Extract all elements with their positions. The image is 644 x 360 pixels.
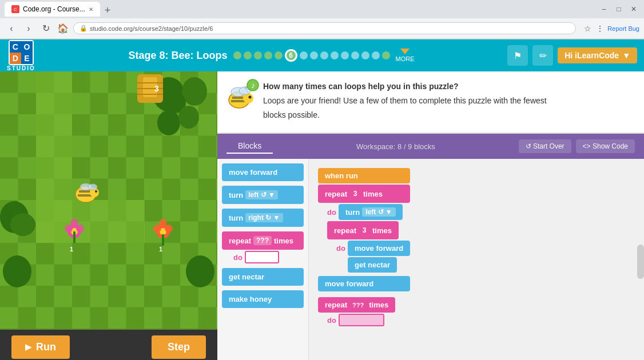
- start-over-button[interactable]: ↺ Start Over: [519, 139, 571, 153]
- ws-repeat-inner-times: times: [372, 226, 392, 235]
- dialog-line3: blocks possible.: [263, 109, 633, 121]
- run-button[interactable]: Run: [11, 335, 70, 359]
- block-turn-right-label: turn: [229, 214, 243, 222]
- url-text: studio.code.org/s/course2/stage/10/puzzl…: [90, 25, 213, 32]
- block-get-nectar[interactable]: get nectar: [222, 268, 304, 286]
- address-bar[interactable]: 🔒 studio.code.org/s/course2/stage/10/puz…: [73, 22, 576, 34]
- ws-when-run-label: when run: [325, 171, 358, 180]
- ws-do-empty-slot: [339, 314, 384, 326]
- workspace-panel[interactable]: when run repeat 3 times do turn: [309, 159, 644, 360]
- nav-bar: ‹ › ↻ 🏠 🔒 studio.code.org/s/course2/stag…: [0, 18, 644, 39]
- svg-text:♪: ♪: [251, 81, 255, 90]
- svg-text:3: 3: [154, 84, 159, 93]
- dot-14[interactable]: [372, 51, 380, 59]
- active-tab[interactable]: C Code.org - Course... ✕: [5, 2, 100, 17]
- refresh-button[interactable]: ↻: [39, 23, 53, 34]
- ws-repeat-outer-times: times: [363, 190, 383, 198]
- dot-15[interactable]: [382, 51, 390, 59]
- step-button[interactable]: Step: [152, 335, 206, 359]
- pencil-button[interactable]: ✏: [532, 45, 553, 66]
- dot-4[interactable]: [264, 51, 272, 59]
- lock-icon: 🔒: [79, 25, 88, 32]
- new-tab-button[interactable]: +: [100, 5, 116, 17]
- tab-close-button[interactable]: ✕: [89, 6, 93, 13]
- block-turn-left[interactable]: turn left ↺ ▼: [222, 186, 304, 204]
- ws-repeat-ques-inner: ???: [349, 301, 367, 309]
- maximize-button[interactable]: □: [613, 5, 625, 13]
- dot-8[interactable]: [310, 51, 318, 59]
- ws-repeat-outer[interactable]: repeat 3 times: [318, 185, 410, 203]
- game-area: 3 1 1: [0, 71, 217, 360]
- home-button[interactable]: 🏠: [56, 23, 70, 34]
- back-button[interactable]: ‹: [5, 23, 18, 34]
- bookmark-icon[interactable]: ☆: [584, 24, 591, 33]
- forward-button[interactable]: ›: [22, 23, 35, 34]
- dot-2[interactable]: [244, 51, 252, 59]
- blocks-panel: move forward turn left ↺ ▼ turn right ↻ …: [217, 159, 309, 360]
- ws-repeat-ques-block[interactable]: repeat ??? times: [318, 297, 395, 313]
- game-grid-svg: 3 1 1: [0, 71, 217, 329]
- block-do-row: do: [222, 251, 304, 263]
- ws-get-nectar-block[interactable]: get nectar: [348, 257, 397, 273]
- ws-repeat-inner-block[interactable]: repeat 3 times: [327, 221, 399, 239]
- svg-point-12: [3, 255, 31, 287]
- code-area: move forward turn left ↺ ▼ turn right ↻ …: [217, 159, 644, 360]
- blocks-tab[interactable]: Blocks: [226, 139, 273, 154]
- close-button[interactable]: ✕: [628, 5, 639, 13]
- ws-when-run[interactable]: when run: [318, 168, 410, 183]
- dot-current[interactable]: 6: [285, 49, 297, 62]
- dot-3[interactable]: [254, 51, 262, 59]
- svg-rect-34: [162, 234, 164, 246]
- dot-10[interactable]: [331, 51, 339, 59]
- dot-9[interactable]: [320, 51, 328, 59]
- svg-point-41: [95, 190, 97, 193]
- block-repeat[interactable]: repeat ??? times: [222, 231, 304, 250]
- top-right-actions: ⚑ ✏ Hi iLearnCode ▼: [507, 45, 637, 66]
- block-turn-right[interactable]: turn right ↻ ▼: [222, 209, 304, 227]
- block-repeat-times: times: [274, 237, 293, 245]
- block-make-honey-label: make honey: [229, 295, 272, 303]
- code-logo: C O D E: [9, 40, 34, 65]
- logo-o: O: [21, 41, 33, 53]
- svg-point-15: [178, 106, 199, 129]
- app: C O D E STUDIO Stage 8: Bee: Loops 6: [0, 39, 644, 360]
- flag-button[interactable]: ⚑: [507, 45, 528, 66]
- ws-repeat-ques-times: times: [369, 301, 388, 309]
- browser-chrome: C Code.org - Course... ✕ + – □ ✕ ‹ › ↻ 🏠…: [0, 0, 644, 39]
- more-button[interactable]: MORE: [396, 49, 415, 62]
- svg-point-26: [70, 219, 78, 227]
- ws-do-label-3: do: [327, 316, 336, 325]
- dot-12[interactable]: [351, 51, 359, 59]
- block-make-honey[interactable]: make honey: [222, 290, 304, 308]
- report-bug-link[interactable]: Report Bug: [607, 25, 639, 32]
- dialog-text: How many times can loops help you in thi…: [263, 81, 633, 121]
- show-code-button[interactable]: <> Show Code: [576, 139, 635, 153]
- ws-do-turn-row: do turn left ↺ ▼: [327, 204, 410, 220]
- dot-13[interactable]: [361, 51, 369, 59]
- menu-icon[interactable]: ⋮: [596, 24, 604, 33]
- dot-7[interactable]: [300, 51, 308, 59]
- flag-icon: ⚑: [514, 50, 522, 61]
- minimize-button[interactable]: –: [598, 5, 610, 13]
- scrollbar[interactable]: [637, 245, 644, 279]
- ws-turn-left-block[interactable]: turn left ↺ ▼: [339, 204, 403, 220]
- ws-get-nectar-label: get nectar: [355, 261, 390, 269]
- game-controls: Run Step: [0, 330, 217, 360]
- svg-rect-6: [36, 200, 145, 243]
- tab-title: Code.org - Course...: [23, 5, 85, 13]
- ws-do-label-2: do: [336, 244, 345, 253]
- svg-point-11: [10, 213, 35, 236]
- ws-repeat-ques-label: repeat: [325, 301, 347, 309]
- block-move-forward[interactable]: move forward: [222, 163, 304, 181]
- dialog-area: ♪ How many times can loops help you in t…: [217, 71, 644, 134]
- ws-move-forward-standalone[interactable]: move forward: [318, 276, 410, 291]
- dot-5[interactable]: [275, 51, 283, 59]
- ws-move-forward-label: move forward: [355, 244, 403, 253]
- dot-1[interactable]: [233, 51, 241, 59]
- dot-11[interactable]: [341, 51, 349, 59]
- user-menu-button[interactable]: Hi iLearnCode ▼: [558, 47, 637, 63]
- ws-move-forward-block[interactable]: move forward: [348, 241, 410, 256]
- svg-point-33: [159, 219, 167, 227]
- logo-wrap: C O D E STUDIO: [7, 40, 35, 71]
- block-repeat-container[interactable]: repeat ??? times do: [222, 231, 304, 263]
